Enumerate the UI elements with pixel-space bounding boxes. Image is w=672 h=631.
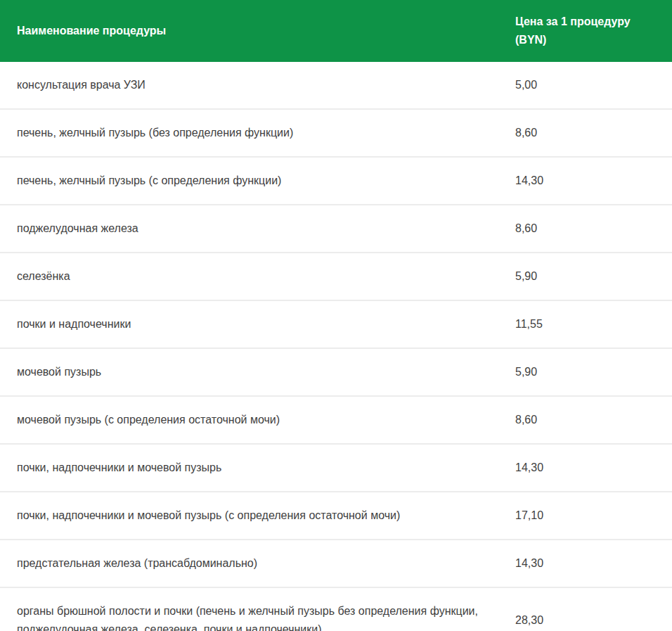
- column-header-procedure-name: Наименование процедуры: [0, 0, 515, 62]
- price-cell: 8,60: [515, 396, 672, 444]
- table-row: почки, надпочечники и мочевой пузырь14,3…: [0, 444, 672, 492]
- price-cell: 5,90: [515, 348, 672, 396]
- procedure-name-cell: почки и надпочечники: [0, 300, 515, 348]
- column-header-price-label: Цена за 1 процедуру (BYN): [515, 13, 636, 49]
- price-cell: 17,10: [515, 492, 672, 540]
- procedure-name-cell: почки, надпочечники и мочевой пузырь (с …: [0, 492, 515, 540]
- procedure-name-cell: предстательная железа (трансабдоминально…: [0, 540, 515, 587]
- table-header: Наименование процедуры Цена за 1 процеду…: [0, 0, 672, 62]
- table-row: предстательная железа (трансабдоминально…: [0, 540, 672, 587]
- table-row: органы брюшной полости и почки (печень и…: [0, 587, 672, 631]
- procedure-name-cell: органы брюшной полости и почки (печень и…: [0, 587, 515, 631]
- price-cell: 14,30: [515, 157, 672, 205]
- table-row: мочевой пузырь (с определения остаточной…: [0, 396, 672, 444]
- price-cell: 5,90: [515, 253, 672, 300]
- price-cell: 14,30: [515, 444, 672, 492]
- table-row: консультация врача УЗИ5,00: [0, 62, 672, 109]
- price-cell: 14,30: [515, 540, 672, 587]
- procedure-name-cell: печень, желчный пузырь (с определения фу…: [0, 157, 515, 205]
- table-row: печень, желчный пузырь (без определения …: [0, 109, 672, 157]
- table-body: консультация врача УЗИ5,00печень, желчны…: [0, 62, 672, 631]
- price-table: Наименование процедуры Цена за 1 процеду…: [0, 0, 672, 631]
- table-row: почки и надпочечники11,55: [0, 300, 672, 348]
- procedure-name-cell: печень, желчный пузырь (без определения …: [0, 109, 515, 157]
- procedure-name-cell: селезёнка: [0, 253, 515, 300]
- price-cell: 8,60: [515, 109, 672, 157]
- procedure-name-cell: мочевой пузырь (с определения остаточной…: [0, 396, 515, 444]
- procedure-name-cell: консультация врача УЗИ: [0, 62, 515, 109]
- price-list-page: Наименование процедуры Цена за 1 процеду…: [0, 0, 672, 631]
- table-header-row: Наименование процедуры Цена за 1 процеду…: [0, 0, 672, 62]
- table-row: почки, надпочечники и мочевой пузырь (с …: [0, 492, 672, 540]
- column-header-price: Цена за 1 процедуру (BYN): [515, 0, 672, 62]
- table-row: мочевой пузырь5,90: [0, 348, 672, 396]
- procedure-name-cell: поджелудочная железа: [0, 205, 515, 253]
- procedure-name-cell: мочевой пузырь: [0, 348, 515, 396]
- table-row: поджелудочная железа8,60: [0, 205, 672, 253]
- table-row: селезёнка5,90: [0, 253, 672, 300]
- table-row: печень, желчный пузырь (с определения фу…: [0, 157, 672, 205]
- price-cell: 8,60: [515, 205, 672, 253]
- price-cell: 11,55: [515, 300, 672, 348]
- price-cell: 5,00: [515, 62, 672, 109]
- procedure-name-cell: почки, надпочечники и мочевой пузырь: [0, 444, 515, 492]
- price-cell: 28,30: [515, 587, 672, 631]
